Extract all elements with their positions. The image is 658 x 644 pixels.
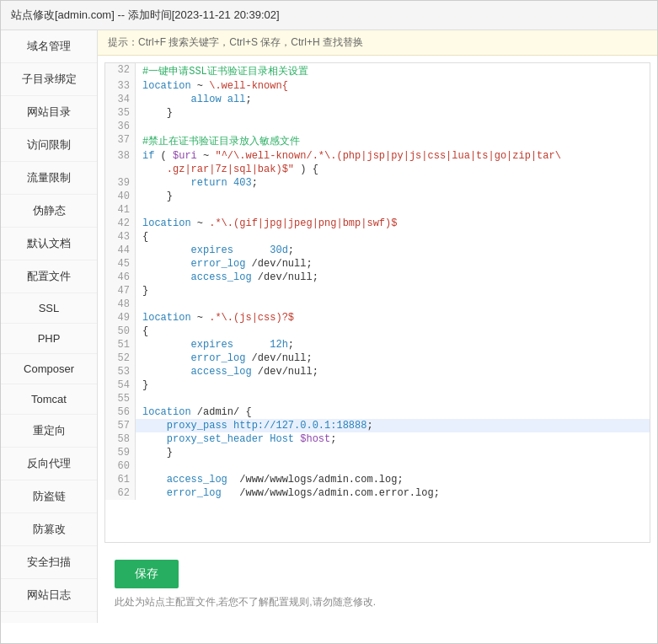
sidebar-item-hotlink[interactable]: 防盗链 <box>1 480 97 513</box>
sidebar-item-redirect[interactable]: 重定向 <box>1 415 97 448</box>
code-line-49: 49 location ~ .*\.(js|css)?$ <box>105 311 650 325</box>
code-line-38b: .gz|rar|7z|sql|bak)$" ) { <box>105 163 650 176</box>
code-line-42: 42 location ~ .*\.(gif|jpg|jpeg|png|bmp|… <box>105 217 650 230</box>
sidebar-item-pseudo[interactable]: 伪静态 <box>1 195 97 228</box>
code-line-32: 32 #一键申请SSL证书验证目录相关设置 <box>105 63 650 79</box>
code-line-62: 62 error_log /www/wwwlogs/admin.com.erro… <box>105 486 650 500</box>
main-window: 站点修改[admin.com] -- 添加时间[2023-11-21 20:39… <box>0 0 658 644</box>
save-button[interactable]: 保存 <box>115 560 179 588</box>
code-line-36: 36 <box>105 120 650 133</box>
code-line-55: 55 <box>105 392 650 405</box>
code-line-44: 44 expires 30d; <box>105 244 650 257</box>
sidebar-item-domain[interactable]: 域名管理 <box>1 30 97 63</box>
code-line-53: 53 access_log /dev/null; <box>105 365 650 378</box>
code-line-33: 33 location ~ \.well-known{ <box>105 79 650 93</box>
sidebar-item-webdir[interactable]: 网站目录 <box>1 96 97 129</box>
sidebar-item-access[interactable]: 访问限制 <box>1 129 97 162</box>
sidebar: 域名管理 子目录绑定 网站目录 访问限制 流量限制 伪静态 默认文档 配置文件 … <box>1 30 98 623</box>
code-line-57: 57 proxy_pass http://127.0.0.1:18888; <box>105 419 650 432</box>
code-line-38: 38 if ( $uri ~ "^/\.well-known/.*\.(php|… <box>105 149 650 163</box>
main-layout: 域名管理 子目录绑定 网站目录 访问限制 流量限制 伪静态 默认文档 配置文件 … <box>1 30 657 623</box>
sidebar-item-ssl[interactable]: SSL <box>1 293 97 324</box>
code-line-35: 35 } <box>105 106 650 120</box>
code-line-37: 37 #禁止在证书验证目录放入敏感文件 <box>105 133 650 149</box>
sidebar-item-traffic[interactable]: 流量限制 <box>1 162 97 195</box>
footer-area: 保存 此处为站点主配置文件,若您不了解配置规则,请勿随意修改. <box>98 550 657 623</box>
code-line-39: 39 return 403; <box>105 176 650 190</box>
code-line-40: 40 } <box>105 190 650 203</box>
code-line-52: 52 error_log /dev/null; <box>105 352 650 365</box>
sidebar-item-tamper[interactable]: 防篡改 <box>1 513 97 546</box>
code-line-56: 56 location /admin/ { <box>105 405 650 419</box>
title-bar: 站点修改[admin.com] -- 添加时间[2023-11-21 20:39… <box>1 1 657 30</box>
hint-bar: 提示：Ctrl+F 搜索关键字，Ctrl+S 保存，Ctrl+H 查找替换 <box>98 30 657 56</box>
sidebar-item-config[interactable]: 配置文件 <box>1 260 97 293</box>
sidebar-item-default-doc[interactable]: 默认文档 <box>1 228 97 260</box>
sidebar-item-subdir[interactable]: 子目录绑定 <box>1 63 97 96</box>
sidebar-item-log[interactable]: 网站日志 <box>1 579 97 612</box>
code-line-43: 43 { <box>105 230 650 244</box>
code-editor[interactable]: 32 #一键申请SSL证书验证目录相关设置 33 location ~ \.we… <box>104 62 650 543</box>
code-line-47: 47 } <box>105 284 650 298</box>
code-line-41: 41 <box>105 203 650 217</box>
code-line-46: 46 access_log /dev/null; <box>105 271 650 284</box>
code-line-48: 48 <box>105 298 650 311</box>
code-line-59: 59 } <box>105 446 650 459</box>
sidebar-item-security[interactable]: 安全扫描 <box>1 546 97 579</box>
content-area: 提示：Ctrl+F 搜索关键字，Ctrl+S 保存，Ctrl+H 查找替换 32… <box>98 30 657 623</box>
sidebar-item-tomcat[interactable]: Tomcat <box>1 384 97 415</box>
sidebar-item-php[interactable]: PHP <box>1 324 97 354</box>
hint-text: 提示：Ctrl+F 搜索关键字，Ctrl+S 保存，Ctrl+H 查找替换 <box>108 36 363 48</box>
window-title: 站点修改[admin.com] -- 添加时间[2023-11-21 20:39… <box>11 8 280 21</box>
code-line-51: 51 expires 12h; <box>105 338 650 352</box>
footer-note: 此处为站点主配置文件,若您不了解配置规则,请勿随意修改. <box>108 592 647 616</box>
code-line-34: 34 allow all; <box>105 93 650 106</box>
sidebar-item-reverse-proxy[interactable]: 反向代理 <box>1 448 97 480</box>
code-line-61: 61 access_log /www/wwwlogs/admin.com.log… <box>105 473 650 486</box>
code-line-60: 60 <box>105 459 650 473</box>
code-line-54: 54 } <box>105 378 650 392</box>
sidebar-item-composer[interactable]: Composer <box>1 354 97 384</box>
code-line-58: 58 proxy_set_header Host $host; <box>105 432 650 446</box>
code-line-45: 45 error_log /dev/null; <box>105 257 650 271</box>
code-line-50: 50 { <box>105 325 650 338</box>
